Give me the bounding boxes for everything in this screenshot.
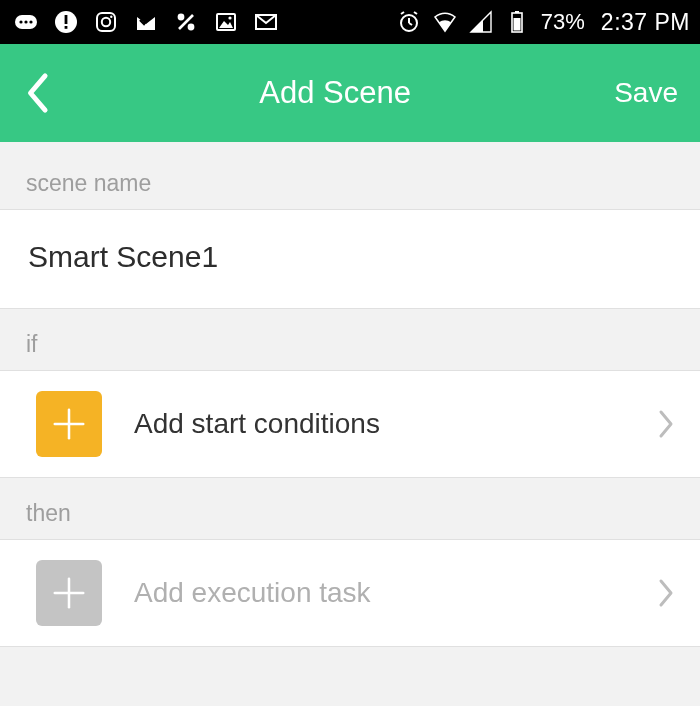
wifi-icon <box>433 10 457 34</box>
screen-root: 73% 2:37 PM Add Scene Save scene name Sm… <box>0 0 700 706</box>
mail-icon <box>254 10 278 34</box>
instagram-icon <box>94 10 118 34</box>
page-title: Add Scene <box>56 75 614 111</box>
svg-point-8 <box>102 18 110 26</box>
chevron-right-icon <box>654 575 678 611</box>
add-start-conditions-label: Add start conditions <box>134 408 654 440</box>
plus-icon <box>36 391 102 457</box>
scene-name-section-label: scene name <box>0 142 700 210</box>
clock-time: 2:37 PM <box>601 9 690 36</box>
add-start-conditions-row[interactable]: Add start conditions <box>0 371 700 478</box>
status-left <box>14 10 278 34</box>
image-icon <box>214 10 238 34</box>
trailing-space <box>0 647 700 706</box>
back-button[interactable] <box>22 71 56 115</box>
svg-rect-25 <box>515 11 519 13</box>
alert-icon <box>54 10 78 34</box>
svg-point-3 <box>29 20 32 23</box>
then-section-label: then <box>0 478 700 540</box>
app-bar: Add Scene Save <box>0 44 700 142</box>
add-execution-task-row[interactable]: Add execution task <box>0 540 700 647</box>
svg-point-1 <box>19 20 22 23</box>
svg-marker-14 <box>219 21 233 28</box>
svg-point-2 <box>24 20 27 23</box>
scene-name-input[interactable]: Smart Scene1 <box>0 210 700 309</box>
svg-rect-7 <box>97 13 115 31</box>
inbox-check-icon <box>134 10 158 34</box>
svg-line-20 <box>401 12 404 14</box>
cell-signal-icon <box>469 10 493 34</box>
add-execution-task-label: Add execution task <box>134 577 654 609</box>
svg-line-19 <box>409 23 412 25</box>
svg-point-15 <box>228 16 231 19</box>
svg-point-11 <box>188 24 195 31</box>
svg-line-21 <box>414 12 417 14</box>
svg-rect-26 <box>513 18 520 31</box>
status-right: 73% 2:37 PM <box>397 9 690 36</box>
plus-icon <box>36 560 102 626</box>
percent-icon <box>174 10 198 34</box>
alarm-icon <box>397 10 421 34</box>
battery-percent: 73% <box>541 9 585 35</box>
status-bar: 73% 2:37 PM <box>0 0 700 44</box>
battery-icon <box>505 10 529 34</box>
chevron-right-icon <box>654 406 678 442</box>
svg-point-10 <box>178 14 185 21</box>
svg-point-9 <box>110 16 112 18</box>
more-bubble-icon <box>14 10 38 34</box>
if-section-label: if <box>0 309 700 371</box>
svg-rect-6 <box>65 26 68 29</box>
svg-rect-5 <box>65 15 68 24</box>
save-button[interactable]: Save <box>614 77 678 109</box>
